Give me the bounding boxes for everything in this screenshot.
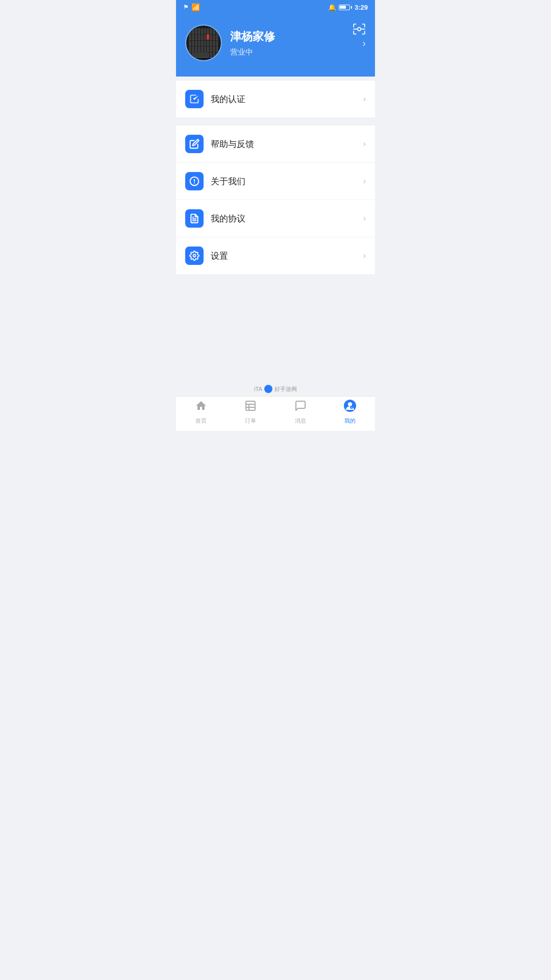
nav-item-home[interactable]: 首页	[176, 400, 226, 425]
profile-arrow[interactable]: ›	[362, 37, 366, 49]
about-arrow: ›	[363, 177, 366, 186]
settings-arrow: ›	[363, 251, 366, 260]
help-icon	[185, 135, 204, 153]
menu-item-protocol[interactable]: 我的协议 ›	[176, 200, 375, 237]
home-icon	[195, 400, 207, 415]
svg-point-15	[350, 406, 353, 409]
nav-item-mine[interactable]: 我的	[325, 400, 375, 425]
messages-icon	[294, 400, 307, 415]
time-display: 3:29	[355, 4, 368, 11]
section-divider	[176, 117, 375, 121]
menu-item-settings[interactable]: 设置 ›	[176, 237, 375, 274]
profile-name: 津杨家修	[230, 29, 362, 44]
menu-item-help[interactable]: 帮助与反馈 ›	[176, 126, 375, 163]
settings-icon	[185, 247, 204, 265]
svg-rect-9	[246, 401, 255, 410]
certification-icon	[185, 90, 204, 108]
profile-header: 津杨家修 营业中 ›	[176, 14, 375, 77]
mine-icon	[344, 400, 356, 415]
alert-icon: ⚑	[183, 4, 189, 11]
status-left-icons: ⚑ 📶	[183, 3, 200, 11]
svg-point-14	[348, 402, 352, 406]
menu-item-certification[interactable]: 我的认证 ›	[176, 81, 375, 117]
battery-icon	[339, 5, 352, 10]
bell-mute-icon: 🔔	[328, 4, 336, 11]
content-area	[176, 274, 375, 402]
bottom-nav: 首页 订单 消息	[176, 396, 375, 431]
avatar	[185, 24, 222, 61]
menu-item-about[interactable]: 关于我们 ›	[176, 163, 375, 200]
about-label: 关于我们	[211, 176, 363, 187]
status-bar: ⚑ 📶 🔔 3:29	[176, 0, 375, 14]
scan-icon[interactable]	[353, 22, 366, 39]
protocol-icon	[185, 209, 204, 228]
nav-item-messages[interactable]: 消息	[276, 400, 325, 425]
help-label: 帮助与反馈	[211, 138, 363, 150]
messages-label: 消息	[295, 417, 306, 425]
orders-label: 订单	[245, 417, 256, 425]
nav-item-orders[interactable]: 订单	[226, 400, 276, 425]
certification-arrow: ›	[363, 94, 366, 104]
menu-section-2: 帮助与反馈 › 关于我们 › 我的协议 ›	[176, 126, 375, 274]
certification-label: 我的认证	[211, 93, 363, 105]
svg-point-8	[193, 255, 196, 257]
orders-icon	[244, 400, 257, 415]
menu-section-1: 我的认证 ›	[176, 81, 375, 117]
about-icon	[185, 172, 204, 190]
home-label: 首页	[195, 417, 207, 425]
wifi-icon: 📶	[191, 3, 200, 11]
protocol-label: 我的协议	[211, 213, 363, 225]
profile-info: 津杨家修 营业中	[230, 29, 362, 57]
status-right-icons: 🔔 3:29	[328, 4, 368, 11]
protocol-arrow: ›	[363, 214, 366, 223]
help-arrow: ›	[363, 139, 366, 149]
mine-label: 我的	[344, 417, 356, 425]
settings-label: 设置	[211, 250, 363, 262]
profile-status: 营业中	[230, 47, 362, 57]
